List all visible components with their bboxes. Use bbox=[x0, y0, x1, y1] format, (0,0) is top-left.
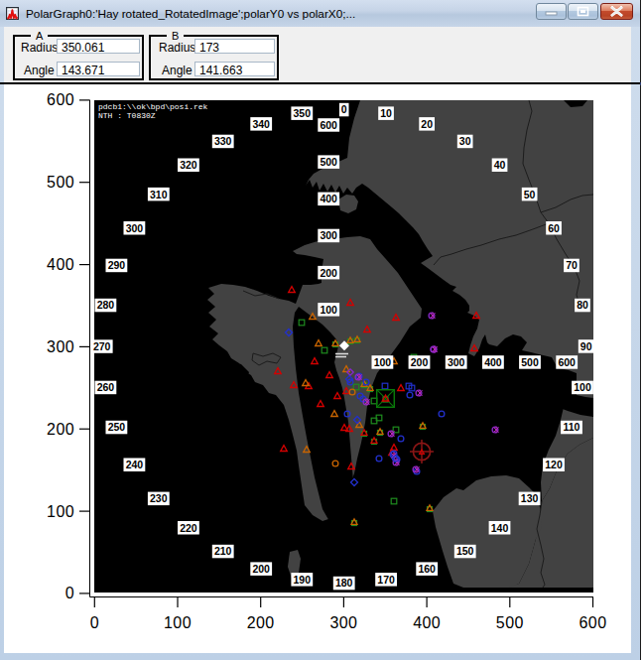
svg-text:400: 400 bbox=[484, 356, 502, 368]
svg-text:310: 310 bbox=[150, 189, 168, 200]
svg-text:150: 150 bbox=[456, 545, 474, 557]
svg-text:30: 30 bbox=[459, 135, 471, 147]
svg-text:290: 290 bbox=[108, 259, 126, 271]
svg-text:210: 210 bbox=[214, 545, 232, 557]
svg-text:180: 180 bbox=[335, 577, 353, 589]
svg-text:80: 80 bbox=[577, 299, 588, 311]
svg-text:400: 400 bbox=[320, 193, 337, 204]
svg-text:100: 100 bbox=[374, 356, 392, 368]
svg-text:500: 500 bbox=[47, 174, 74, 191]
svg-text:260: 260 bbox=[97, 381, 115, 393]
svg-text:350: 350 bbox=[294, 107, 312, 119]
svg-text:600: 600 bbox=[320, 119, 337, 131]
svg-text:500: 500 bbox=[496, 614, 524, 631]
svg-text:0: 0 bbox=[65, 585, 74, 601]
svg-text:100: 100 bbox=[47, 503, 74, 520]
svg-text:200: 200 bbox=[411, 356, 429, 368]
svg-text:160: 160 bbox=[418, 563, 436, 575]
svg-text:50: 50 bbox=[524, 189, 536, 200]
svg-text:110: 110 bbox=[564, 421, 580, 433]
svg-text:400: 400 bbox=[47, 256, 74, 273]
svg-text:270: 270 bbox=[93, 340, 111, 352]
svg-text:pdcb1:\\ok\bpd\posi.rek: pdcb1:\\ok\bpd\posi.rek bbox=[98, 102, 208, 111]
svg-text:60: 60 bbox=[548, 222, 560, 234]
svg-text:0: 0 bbox=[341, 103, 347, 115]
svg-text:320: 320 bbox=[180, 159, 197, 171]
svg-text:120: 120 bbox=[545, 459, 563, 470]
svg-text:130: 130 bbox=[521, 492, 539, 504]
svg-text:300: 300 bbox=[329, 614, 357, 631]
svg-text:20: 20 bbox=[421, 118, 433, 130]
svg-text:600: 600 bbox=[47, 91, 74, 108]
svg-text:200: 200 bbox=[247, 614, 275, 631]
svg-text:190: 190 bbox=[294, 574, 312, 586]
svg-text:280: 280 bbox=[97, 299, 115, 311]
svg-text:140: 140 bbox=[491, 522, 509, 534]
svg-text:300: 300 bbox=[126, 222, 144, 234]
svg-text:40: 40 bbox=[494, 159, 506, 171]
svg-text:100: 100 bbox=[320, 304, 337, 316]
svg-text:170: 170 bbox=[377, 574, 395, 586]
svg-text:400: 400 bbox=[413, 614, 441, 631]
svg-text:240: 240 bbox=[126, 459, 144, 470]
svg-text:340: 340 bbox=[252, 118, 270, 130]
svg-text:200: 200 bbox=[320, 267, 337, 279]
svg-text:90: 90 bbox=[580, 340, 592, 352]
svg-text:200: 200 bbox=[252, 563, 270, 575]
svg-text:230: 230 bbox=[150, 492, 168, 504]
svg-text:100: 100 bbox=[574, 381, 591, 393]
svg-text:330: 330 bbox=[214, 135, 232, 147]
svg-text:NTH : T0830Z: NTH : T0830Z bbox=[98, 111, 156, 120]
svg-text:600: 600 bbox=[558, 356, 576, 368]
svg-text:70: 70 bbox=[566, 259, 578, 271]
svg-text:500: 500 bbox=[521, 356, 539, 368]
svg-text:600: 600 bbox=[580, 614, 607, 631]
svg-text:300: 300 bbox=[320, 229, 337, 241]
svg-text:250: 250 bbox=[108, 421, 126, 433]
svg-text:10: 10 bbox=[380, 107, 392, 119]
svg-text:500: 500 bbox=[320, 156, 337, 168]
svg-text:0: 0 bbox=[90, 614, 99, 631]
svg-text:220: 220 bbox=[180, 522, 197, 534]
svg-text:300: 300 bbox=[47, 338, 74, 355]
svg-text:100: 100 bbox=[164, 614, 192, 631]
svg-text:200: 200 bbox=[47, 421, 74, 438]
svg-text:300: 300 bbox=[448, 356, 465, 368]
